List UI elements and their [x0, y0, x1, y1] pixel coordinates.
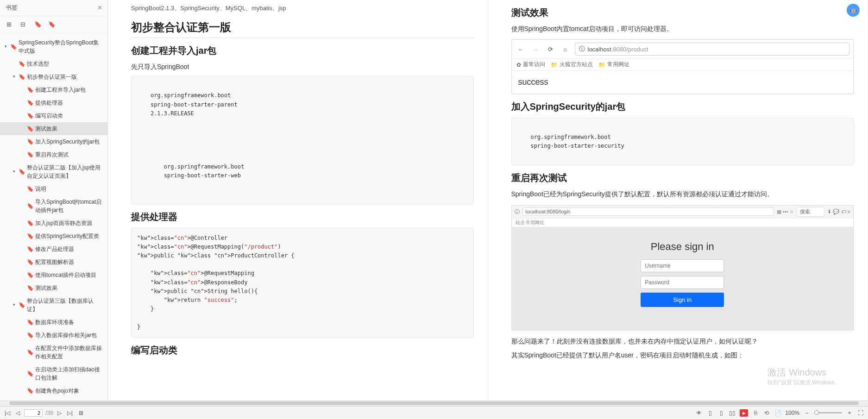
password-field [641, 276, 724, 289]
browser-body: success [512, 71, 854, 94]
code-block-pom2: org.springframework.boot spring-boot-sta… [511, 118, 854, 165]
page-total: /38 [45, 410, 53, 416]
tree-item[interactable]: 🔖导入SpringBoot的tomcat启动插件jar包 [0, 195, 107, 217]
page-nav: |◁ ◁ /38 ▷ ▷| [4, 409, 74, 417]
tree-item[interactable]: 🔖使用tomcat插件启动项目 [0, 269, 107, 281]
tree-item[interactable]: 🔖在启动类上添加扫描dao接口包注解 [0, 363, 107, 384]
zoom-slider[interactable] [814, 412, 842, 413]
login-urlbar: ⓘ localhost:8080/login ▦ ••• ☆ 搜索 ⬇ 💬 🏷 … [512, 206, 854, 219]
browser-navbar: ← → ⟳ ⌂ ⓘ localhost:8080/product [512, 40, 854, 59]
prev-page-icon[interactable]: ◁ [14, 409, 21, 417]
fav-common: 📁 常用网址 [598, 61, 629, 69]
heading-controller: 提供处理器 [131, 211, 474, 223]
back-icon: ← [516, 44, 527, 55]
heading-retest: 重启再次测试 [511, 172, 854, 184]
eye-icon[interactable]: 👁 [695, 409, 703, 417]
horizontal-scrollbar[interactable] [0, 400, 868, 406]
sidebar-toolbar: ⊞ ⊟ 🔖 🔖 [0, 16, 107, 33]
tree-item[interactable]: ▾🔖整合认证第三版【数据库认证】 [0, 294, 107, 316]
paragraph: 使用SpringBoot内置tomcat启动项目，即可访问处理器。 [511, 24, 854, 34]
tree-item[interactable]: 🔖创建角色pojo对象 [0, 384, 107, 397]
login-form: Please sign in Sign in [512, 227, 854, 330]
fav-most-visited: ✿ 最常访问 [516, 61, 545, 69]
bookmarks-sidebar: 书签 × ⊞ ⊟ 🔖 🔖 ▾🔖SpringSecurity整合SpringBoo… [0, 0, 108, 400]
tree-item[interactable]: 🔖数据库环境准备 [0, 316, 107, 329]
bookmark-alt-icon[interactable]: 🔖 [48, 21, 56, 28]
tree-item[interactable]: 🔖创建工程并导入jar包 [0, 83, 107, 96]
tree-item[interactable]: 🔖加入SpringSecurity的jar包 [0, 135, 107, 148]
page-right: 测试效果 使用SpringBoot内置tomcat启动项目，即可访问处理器。 ←… [488, 0, 868, 400]
fullscreen-icon[interactable]: ⛶ [857, 409, 864, 417]
reload-icon: ⟳ [545, 44, 556, 55]
fav-firefox: 📁 火狐官方站点 [551, 61, 593, 69]
info-icon: ⓘ [515, 208, 520, 215]
expand-icon[interactable]: ⊞ [6, 21, 14, 28]
view-continuous-icon[interactable]: ▯ [717, 409, 725, 417]
close-icon[interactable]: × [98, 4, 102, 12]
tree-item[interactable]: 🔖技术选型 [0, 57, 107, 70]
info-icon: ⓘ [579, 45, 585, 53]
response-text: success [518, 77, 548, 87]
view-single-icon[interactable]: ▯ [706, 409, 714, 417]
tree-item[interactable]: ▾🔖SpringSecurity整合SpringBoot集中式版 [0, 36, 107, 57]
code-block-pom1: org.springframework.boot spring-boot-sta… [131, 76, 474, 204]
page-input[interactable] [24, 409, 43, 417]
browser-favorites: ✿ 最常访问 📁 火狐官方站点 📁 常用网址 [512, 59, 854, 71]
forward-icon: → [530, 44, 541, 55]
tree-item[interactable]: 🔖测试效果 [0, 281, 107, 294]
browser-screenshot-2: ⓘ localhost:8080/login ▦ ••• ☆ 搜索 ⬇ 💬 🏷 … [511, 205, 854, 331]
tree-item[interactable]: 🔖加入jsp页面等静态资源 [0, 217, 107, 230]
copy-icon[interactable]: ⎘ [752, 409, 759, 417]
rotate-icon[interactable]: ⟲ [763, 409, 770, 417]
tree-item[interactable]: 🔖配置视图解析器 [0, 256, 107, 269]
layout-icon[interactable]: ⊞ [77, 409, 85, 417]
paragraph: 那么问题来了！此刻并没有连接数据库，也并未在内存中指定认证用户，如何认证呢？ [511, 336, 854, 346]
paragraph: 其实SpringBoot已经提供了默认用户名user，密码在项目启动时随机生成，… [511, 350, 854, 360]
page-left: SpringBoot2.1.3、SpringSecurity、MySQL、myb… [108, 0, 488, 400]
tree-item[interactable]: 🔖导入数据库操作相关jar包 [0, 329, 107, 342]
tech-list: SpringBoot2.1.3、SpringSecurity、MySQL、myb… [131, 4, 474, 13]
browser-screenshot-1: ← → ⟳ ⌂ ⓘ localhost:8080/product ✿ 最常访问 … [511, 39, 854, 94]
next-page-icon[interactable]: ▷ [56, 409, 63, 417]
heading-test-effect: 测试效果 [511, 6, 854, 19]
paragraph: 先只导入SpringBoot [131, 62, 474, 72]
tree-item[interactable]: 🔖提供处理器 [0, 96, 107, 109]
bookmark-icon[interactable]: 🔖 [34, 21, 42, 28]
zoom-in-icon[interactable]: + [846, 409, 853, 417]
sidebar-header: 书签 × [0, 0, 107, 16]
home-icon: ⌂ [560, 44, 571, 55]
last-page-icon[interactable]: ▷| [66, 409, 74, 417]
paragraph: SpringBoot已经为SpringSecurity提供了默认配置，默认所有资… [511, 189, 854, 199]
assistant-float-icon[interactable]: 🤖 [847, 4, 860, 17]
login-title: Please sign in [651, 241, 714, 253]
heading-launcher: 编写启动类 [131, 344, 474, 356]
page-icon[interactable]: 📄 [774, 409, 781, 417]
sidebar-title: 书签 [6, 4, 18, 12]
url-bar: ⓘ localhost:8080/product [575, 43, 850, 56]
username-field [641, 259, 724, 272]
search-box: 搜索 [797, 207, 824, 217]
tree-item[interactable]: 🔖测试效果 [0, 122, 107, 135]
tree-item[interactable]: 🔖重启再次测试 [0, 148, 107, 161]
zoom-value: 100% [785, 410, 799, 416]
tree-item[interactable]: 🔖提供SpringSecurity配置类 [0, 230, 107, 243]
first-page-icon[interactable]: |◁ [4, 409, 11, 417]
toolbar-icons: ⬇ 💬 🏷 ≡ [827, 209, 850, 215]
tree-item[interactable]: 🔖修改产品处理器 [0, 243, 107, 256]
play-icon[interactable]: ▶ [740, 409, 748, 417]
tree-item[interactable]: 🔖编写启动类 [0, 109, 107, 122]
heading-main: 初步整合认证第一版 [131, 20, 474, 38]
zoom-out-icon[interactable]: − [803, 409, 811, 417]
tree-item[interactable]: ▾🔖初步整合认证第一版 [0, 70, 107, 83]
code-block-controller: "kw">class="cn">@Controller "kw">class="… [131, 228, 474, 338]
collapse-icon[interactable]: ⊟ [20, 21, 28, 28]
bookmark-tree[interactable]: ▾🔖SpringSecurity整合SpringBoot集中式版🔖技术选型▾🔖初… [0, 33, 107, 400]
tree-item[interactable]: 🔖说明 [0, 182, 107, 195]
signin-button: Sign in [641, 293, 724, 307]
login-favbar: 站点 常用网址 [512, 219, 854, 227]
tree-item[interactable]: 🔖在配置文件中添加数据库操作相关配置 [0, 342, 107, 363]
status-bar: |◁ ◁ /38 ▷ ▷| ⊞ 👁 ▯ ▯ ▯▯ ▶ ⎘ ⟲ 📄 100% − … [0, 406, 868, 419]
tree-item[interactable]: 🔖创建用户pojo对象 [0, 397, 107, 400]
view-facing-icon[interactable]: ▯▯ [729, 409, 736, 417]
tree-item[interactable]: ▾🔖整合认证第二版【加入jsp使用自定义认证页面】 [0, 161, 107, 182]
